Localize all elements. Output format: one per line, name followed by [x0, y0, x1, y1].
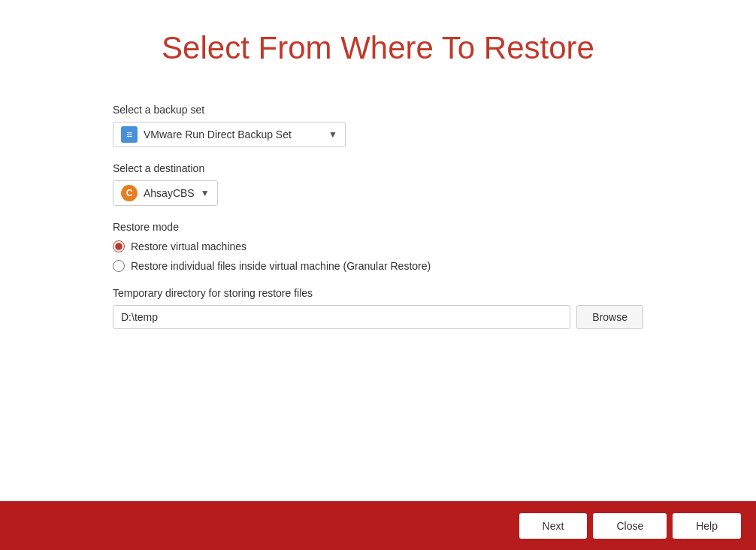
chevron-down-icon-dest: ▼: [201, 188, 210, 198]
backup-set-section: Select a backup set VMware Run Direct Ba…: [113, 104, 643, 147]
next-button[interactable]: Next: [519, 513, 588, 539]
browse-button[interactable]: Browse: [576, 305, 643, 329]
temp-dir-label: Temporary directory for storing restore …: [113, 287, 643, 299]
restore-vm-radio[interactable]: [113, 240, 125, 252]
restore-vm-option[interactable]: Restore virtual machines: [113, 240, 643, 252]
backup-set-dropdown[interactable]: VMware Run Direct Backup Set ▼: [113, 122, 346, 147]
destination-value: AhsayCBS: [144, 187, 195, 199]
footer: Next Close Help: [0, 501, 756, 550]
temp-dir-section: Temporary directory for storing restore …: [113, 287, 643, 329]
temp-dir-input-row: Browse: [113, 305, 643, 329]
vmware-icon: [121, 126, 138, 143]
restore-vm-label: Restore virtual machines: [131, 240, 246, 252]
destination-section: Select a destination C AhsayCBS ▼: [113, 162, 643, 206]
restore-mode-section: Restore mode Restore virtual machines Re…: [113, 221, 643, 272]
chevron-down-icon: ▼: [328, 129, 337, 140]
restore-granular-radio[interactable]: [113, 260, 125, 272]
backup-set-label: Select a backup set: [113, 104, 643, 116]
destination-dropdown[interactable]: C AhsayCBS ▼: [113, 180, 218, 206]
help-button[interactable]: Help: [673, 513, 741, 539]
page-title: Select From Where To Restore: [113, 30, 643, 66]
ahsay-icon: C: [121, 185, 138, 201]
destination-label: Select a destination: [113, 162, 643, 174]
restore-granular-label: Restore individual files inside virtual …: [131, 260, 431, 272]
temp-dir-input[interactable]: [113, 305, 570, 329]
restore-granular-option[interactable]: Restore individual files inside virtual …: [113, 260, 643, 272]
restore-mode-label: Restore mode: [113, 221, 643, 233]
main-content: Select From Where To Restore Select a ba…: [0, 0, 756, 501]
close-button[interactable]: Close: [593, 513, 667, 539]
backup-set-value: VMware Run Direct Backup Set: [144, 128, 322, 141]
